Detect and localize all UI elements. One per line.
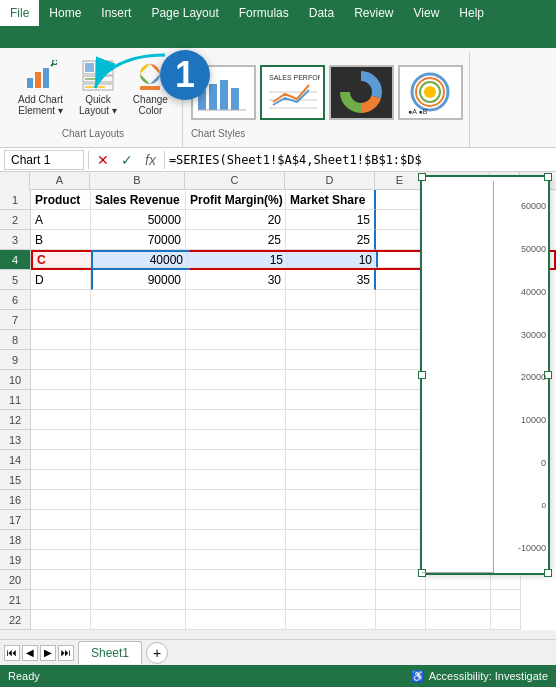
y-label-20000: 20000 bbox=[495, 372, 546, 382]
row-num-16[interactable]: 16 bbox=[0, 490, 30, 510]
chart-area[interactable]: 60000 50000 40000 30000 20000 10000 0 0 … bbox=[420, 175, 550, 575]
help-menu[interactable]: Help bbox=[449, 0, 494, 26]
cell-d4[interactable]: 10 bbox=[288, 252, 378, 268]
row-num-19[interactable]: 19 bbox=[0, 550, 30, 570]
chart-style-thumb-3[interactable] bbox=[329, 65, 394, 120]
cell-b2[interactable]: 50000 bbox=[91, 210, 186, 230]
cell-c3[interactable]: 25 bbox=[186, 230, 286, 250]
cell-b5[interactable]: 90000 bbox=[91, 270, 186, 290]
cell-d2[interactable]: 15 bbox=[286, 210, 376, 230]
col-header-a[interactable]: A bbox=[30, 172, 90, 189]
col-header-d[interactable]: D bbox=[285, 172, 375, 189]
cell-b1[interactable]: Sales Revenue bbox=[91, 190, 186, 210]
formula-input[interactable] bbox=[169, 153, 552, 167]
row-num-21[interactable]: 21 bbox=[0, 590, 30, 610]
row-num-1[interactable]: 1 bbox=[0, 190, 30, 210]
accessibility-status[interactable]: ♿ Accessibility: Investigate bbox=[411, 670, 548, 683]
review-menu[interactable]: Review bbox=[344, 0, 403, 26]
cell-e5[interactable] bbox=[376, 270, 426, 290]
chart-style-thumb-2[interactable]: SALES PERFORMANCE bbox=[260, 65, 325, 120]
row-num-13[interactable]: 13 bbox=[0, 430, 30, 450]
name-box[interactable] bbox=[4, 150, 84, 170]
row-num-14[interactable]: 14 bbox=[0, 450, 30, 470]
cell-d5[interactable]: 35 bbox=[286, 270, 376, 290]
cell-b3[interactable]: 70000 bbox=[91, 230, 186, 250]
row-num-20[interactable]: 20 bbox=[0, 570, 30, 590]
row-num-6[interactable]: 6 bbox=[0, 290, 30, 310]
confirm-formula-icon[interactable]: ✓ bbox=[117, 152, 137, 168]
cell-a2[interactable]: A bbox=[31, 210, 91, 230]
row-num-10[interactable]: 10 bbox=[0, 370, 30, 390]
svg-rect-2 bbox=[43, 68, 49, 88]
view-menu[interactable]: View bbox=[404, 0, 450, 26]
cell-c1[interactable]: Profit Margin(%) bbox=[186, 190, 286, 210]
page-layout-menu[interactable]: Page Layout bbox=[141, 0, 228, 26]
table-row bbox=[31, 610, 556, 630]
sheet-scroll-right[interactable]: ▶ bbox=[40, 645, 56, 661]
sheet-scroll-left[interactable]: ◀ bbox=[22, 645, 38, 661]
row-num-15[interactable]: 15 bbox=[0, 470, 30, 490]
row-num-22[interactable]: 22 bbox=[0, 610, 30, 630]
row-num-17[interactable]: 17 bbox=[0, 510, 30, 530]
row-num-5[interactable]: 5 bbox=[0, 270, 30, 290]
chart-style-thumb-4[interactable]: ●A ●B bbox=[398, 65, 463, 120]
y-label-60000: 60000 bbox=[495, 201, 546, 211]
resize-handle-bl[interactable] bbox=[418, 569, 426, 577]
y-label-0: 0 bbox=[495, 458, 546, 468]
add-chart-element-button[interactable]: Add ChartElement ▾ bbox=[12, 56, 69, 120]
table-row bbox=[31, 590, 556, 610]
insert-menu[interactable]: Insert bbox=[91, 0, 141, 26]
add-chart-icon bbox=[25, 60, 57, 92]
cell-a4[interactable]: C bbox=[33, 252, 93, 268]
quick-layout-button[interactable]: QuickLayout ▾ bbox=[73, 56, 123, 120]
accessibility-text: Accessibility: Investigate bbox=[429, 670, 548, 682]
formulas-menu[interactable]: Formulas bbox=[229, 0, 299, 26]
cancel-formula-icon[interactable]: ✕ bbox=[93, 152, 113, 168]
row-num-2[interactable]: 2 bbox=[0, 210, 30, 230]
row-num-7[interactable]: 7 bbox=[0, 310, 30, 330]
y-label-10000: 10000 bbox=[495, 415, 546, 425]
cell-e2[interactable] bbox=[376, 210, 426, 230]
sheet-scroll-right-last[interactable]: ⏭ bbox=[58, 645, 74, 661]
sheet-scroll-left-first[interactable]: ⏮ bbox=[4, 645, 20, 661]
cell-e3[interactable] bbox=[376, 230, 426, 250]
insert-function-icon[interactable]: fx bbox=[141, 152, 160, 168]
row-num-11[interactable]: 11 bbox=[0, 390, 30, 410]
cell-a1[interactable]: Product bbox=[31, 190, 91, 210]
resize-handle-tr[interactable] bbox=[544, 173, 552, 181]
formula-bar: ✕ ✓ fx bbox=[0, 148, 556, 172]
cell-e1[interactable] bbox=[376, 190, 426, 210]
cell-a3[interactable]: B bbox=[31, 230, 91, 250]
data-menu[interactable]: Data bbox=[299, 0, 344, 26]
chart-styles-label: Chart Styles bbox=[191, 128, 463, 143]
row-num-9[interactable]: 9 bbox=[0, 350, 30, 370]
svg-rect-21 bbox=[220, 80, 228, 110]
svg-rect-12 bbox=[100, 71, 108, 73]
cell-d3[interactable]: 25 bbox=[286, 230, 376, 250]
sheet-tab-1[interactable]: Sheet1 bbox=[78, 641, 142, 664]
svg-point-35 bbox=[424, 86, 436, 98]
cell-a5[interactable]: D bbox=[31, 270, 91, 290]
svg-rect-8 bbox=[85, 63, 94, 72]
cell-c4[interactable]: 15 bbox=[188, 252, 288, 268]
svg-rect-14 bbox=[85, 78, 100, 80]
home-menu[interactable]: Home bbox=[39, 0, 91, 26]
cell-b4[interactable]: 40000 bbox=[93, 252, 188, 268]
cell-d1[interactable]: Market Share bbox=[286, 190, 376, 210]
row-num-4[interactable]: 4 bbox=[0, 250, 30, 270]
row-num-8[interactable]: 8 bbox=[0, 330, 30, 350]
add-sheet-button[interactable]: + bbox=[146, 642, 168, 664]
cell-c2[interactable]: 20 bbox=[186, 210, 286, 230]
col-header-c[interactable]: C bbox=[185, 172, 285, 189]
svg-rect-1 bbox=[35, 72, 41, 88]
file-menu[interactable]: File bbox=[0, 0, 39, 26]
resize-handle-tl[interactable] bbox=[418, 173, 426, 181]
row-num-18[interactable]: 18 bbox=[0, 530, 30, 550]
col-header-b[interactable]: B bbox=[90, 172, 185, 189]
svg-rect-0 bbox=[27, 78, 33, 88]
svg-rect-20 bbox=[209, 84, 217, 110]
row-num-3[interactable]: 3 bbox=[0, 230, 30, 250]
cell-c5[interactable]: 30 bbox=[186, 270, 286, 290]
row-num-12[interactable]: 12 bbox=[0, 410, 30, 430]
resize-handle-ml[interactable] bbox=[418, 371, 426, 379]
